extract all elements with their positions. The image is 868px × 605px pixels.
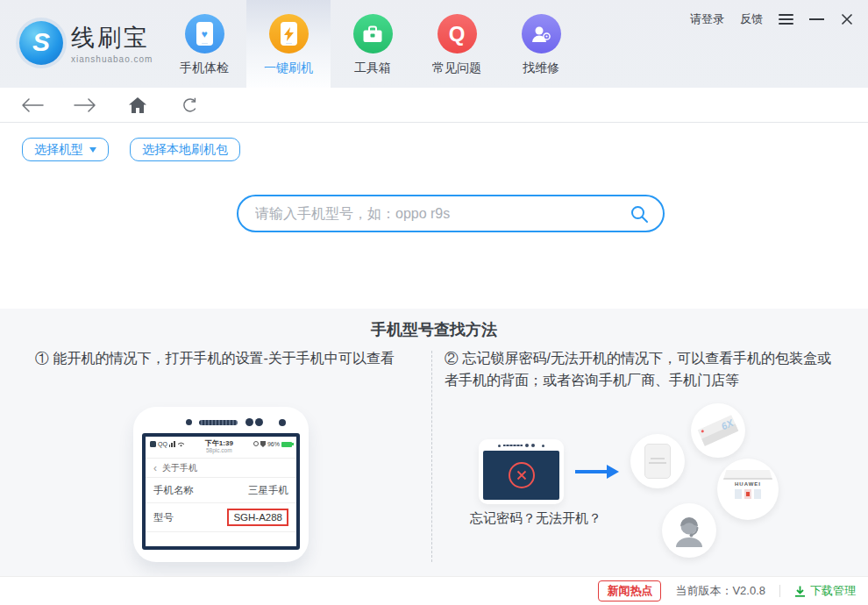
app-window: S 线刷宝 xianshuabao.com ♥ 手机体检 bbox=[0, 0, 868, 605]
orientation-lock-icon bbox=[253, 441, 259, 446]
nav-tab-label: 常见问题 bbox=[415, 60, 499, 76]
nav-tab-toolbox[interactable]: 工具箱 bbox=[331, 0, 415, 88]
titlebar-controls: 请登录 反馈 bbox=[690, 11, 854, 27]
brand-domain: xianshuabao.com bbox=[71, 54, 153, 64]
wifi-icon bbox=[177, 441, 185, 447]
logo-letter: S bbox=[32, 27, 50, 57]
home-button[interactable] bbox=[126, 95, 149, 116]
lightning-icon bbox=[284, 27, 294, 41]
status-site: 58pic.com bbox=[205, 447, 233, 453]
select-local-package-label: 选择本地刷机包 bbox=[142, 142, 228, 158]
phone-model-row: 型号 SGH-A288 bbox=[146, 503, 296, 532]
select-model-button[interactable]: 选择机型 bbox=[22, 138, 109, 161]
heart-icon: ♥ bbox=[201, 29, 207, 39]
news-hotspot-badge[interactable]: 新闻热点 bbox=[598, 580, 661, 601]
select-model-label: 选择机型 bbox=[34, 142, 83, 158]
logo-icon: S bbox=[19, 21, 63, 65]
nav-tab-find-repair[interactable]: 找维修 bbox=[499, 0, 583, 88]
arrow-right-icon bbox=[573, 463, 619, 480]
minimize-button[interactable] bbox=[809, 18, 824, 20]
back-button[interactable] bbox=[21, 95, 44, 116]
nav-tab-faq[interactable]: Q 常见问题 bbox=[415, 0, 499, 88]
phone-mockup: QQ 下午1:39 58pic.com 96% bbox=[133, 407, 309, 562]
phone-back-icon bbox=[644, 444, 671, 479]
phone-speaker-icons bbox=[133, 407, 309, 426]
phone-health-icon: ♥ bbox=[185, 14, 224, 53]
locked-phone-illustration bbox=[479, 439, 564, 504]
main-nav: ♥ 手机体检 一键刷机 bbox=[162, 0, 583, 88]
box-model-label: 6X bbox=[720, 417, 735, 431]
nav-tab-label: 手机体检 bbox=[162, 60, 246, 76]
actions-row: 选择机型 选择本地刷机包 bbox=[22, 138, 240, 161]
customer-service-icon bbox=[670, 512, 708, 549]
guide-step-1: ① 能开机的情况下，打开手机的设置-关于手机中可以查看 bbox=[35, 347, 430, 369]
forward-button[interactable] bbox=[74, 95, 96, 116]
battery-icon bbox=[281, 442, 292, 447]
nav-tab-phone-checkup[interactable]: ♥ 手机体检 bbox=[162, 0, 246, 88]
phone-flash-icon bbox=[269, 14, 309, 53]
repair-icon bbox=[522, 14, 561, 53]
download-icon bbox=[794, 586, 806, 597]
qq-app-icon bbox=[150, 441, 156, 447]
nav-tab-one-key-flash[interactable]: 一键刷机 bbox=[246, 0, 331, 88]
error-screen bbox=[483, 451, 559, 500]
refresh-button[interactable] bbox=[179, 95, 202, 116]
model-guide-section: 手机型号查找方法 ① 能开机的情况下，打开手机的设置-关于手机中可以查看 ② 忘… bbox=[0, 309, 868, 576]
error-cross-icon bbox=[509, 462, 535, 488]
nav-tab-label: 工具箱 bbox=[331, 60, 415, 76]
app-logo: S 线刷宝 xianshuabao.com bbox=[19, 21, 153, 65]
select-local-package-button[interactable]: 选择本地刷机包 bbox=[130, 138, 240, 161]
phone-box-icon: 6X bbox=[698, 415, 739, 445]
about-phone-row: ‹ 关于手机 bbox=[146, 459, 296, 478]
chevron-left-icon: ‹ bbox=[153, 462, 157, 474]
search-input[interactable] bbox=[255, 206, 630, 222]
phone-model-value: SGH-A288 bbox=[227, 509, 288, 526]
faq-icon: Q bbox=[438, 14, 477, 53]
version-label: 当前版本：V2.0.8 bbox=[675, 583, 765, 599]
phone-name-label: 手机名称 bbox=[153, 484, 194, 497]
app-header: S 线刷宝 xianshuabao.com ♥ 手机体检 bbox=[0, 0, 868, 88]
footer-divider bbox=[779, 585, 780, 597]
logo-text: 线刷宝 xianshuabao.com bbox=[71, 22, 153, 64]
phone-model-label: 型号 bbox=[153, 511, 174, 524]
brand-name: 线刷宝 bbox=[71, 22, 153, 53]
status-bar: 新闻热点 当前版本：V2.0.8 下载管理 bbox=[0, 576, 868, 605]
battery-percent: 96% bbox=[267, 441, 280, 447]
customer-service-circle bbox=[662, 503, 716, 558]
illustration-caption: 忘记密码？无法开机？ bbox=[470, 510, 601, 527]
shield-icon bbox=[260, 441, 266, 447]
store-sign: HUAWEI bbox=[723, 481, 772, 487]
phone-screen: QQ 下午1:39 58pic.com 96% bbox=[142, 433, 300, 550]
phone-statusbar: QQ 下午1:39 58pic.com 96% bbox=[146, 437, 296, 459]
guide-step-2: ② 忘记锁屏密码/无法开机的情况下，可以查看手机的包装盒或者手机的背面；或者咨询… bbox=[445, 347, 832, 391]
caret-down-icon bbox=[89, 147, 96, 153]
storefront-icon: HUAWEI bbox=[723, 470, 772, 509]
guide-title: 手机型号查找方法 bbox=[0, 309, 868, 340]
phone-back-circle bbox=[630, 434, 685, 488]
phone-store-circle: HUAWEI bbox=[717, 459, 779, 520]
nav-tab-label: 找维修 bbox=[499, 60, 583, 76]
menu-icon[interactable] bbox=[779, 12, 793, 26]
phone-box-circle: 6X bbox=[691, 403, 745, 458]
download-manager-label: 下载管理 bbox=[810, 583, 856, 599]
column-divider bbox=[431, 351, 432, 562]
search-icon[interactable] bbox=[630, 204, 649, 224]
toolbox-icon bbox=[353, 14, 393, 53]
login-link[interactable]: 请登录 bbox=[690, 11, 724, 27]
nav-tab-label: 一键刷机 bbox=[246, 60, 331, 76]
feedback-link[interactable]: 反馈 bbox=[740, 11, 763, 27]
signal-bars-icon bbox=[169, 441, 175, 447]
browser-toolbar bbox=[0, 88, 868, 123]
search-box bbox=[237, 195, 665, 232]
phone-name-row: 手机名称 三星手机 bbox=[146, 478, 296, 503]
status-time: 下午1:39 bbox=[205, 439, 233, 447]
phone-name-value: 三星手机 bbox=[248, 484, 288, 497]
close-button[interactable] bbox=[840, 12, 854, 26]
download-manager-link[interactable]: 下载管理 bbox=[794, 583, 856, 599]
about-phone-title: 关于手机 bbox=[162, 462, 197, 474]
qq-label: QQ bbox=[158, 441, 167, 447]
